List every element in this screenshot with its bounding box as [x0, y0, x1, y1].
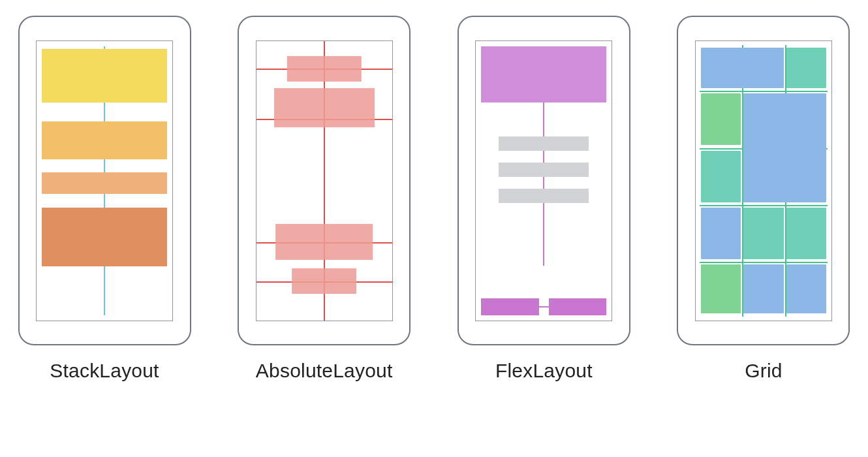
flex-footer-left [481, 298, 538, 315]
grid-tile [701, 48, 784, 88]
stack-bar [42, 49, 167, 102]
abs-box [292, 268, 357, 294]
grid-tile [743, 208, 784, 259]
stacklayout-screen [36, 40, 173, 321]
grid-tile [701, 93, 741, 145]
absolutelayout-screen [256, 40, 393, 321]
grid-tile [701, 208, 741, 259]
grid-inner [700, 45, 828, 317]
phone-frame [677, 16, 850, 345]
phone-frame [457, 16, 630, 345]
abs-box [275, 224, 373, 260]
flex-row-block [499, 136, 589, 151]
grid-row-line [700, 262, 828, 263]
flex-footer [481, 298, 606, 315]
grid-tile [743, 93, 826, 202]
grid-tile [701, 264, 741, 313]
phone-frame [18, 16, 191, 345]
card-absolutelayout: AbsoluteLayout [233, 16, 416, 382]
flexlayout-screen [475, 40, 612, 321]
phone-frame [238, 16, 411, 345]
grid-tile [786, 208, 826, 259]
flex-hero-block [481, 46, 606, 102]
card-stacklayout: StackLayout [13, 16, 196, 382]
grid-row-line [700, 205, 828, 206]
absolutelayout-label: AbsoluteLayout [256, 360, 393, 382]
flex-column [481, 46, 606, 315]
layout-diagram: StackLayout AbsoluteLayout [0, 0, 868, 457]
grid-label: Grid [745, 360, 782, 382]
stack-bar [42, 208, 167, 267]
stacklayout-label: StackLayout [50, 360, 159, 382]
flex-row-block [499, 163, 589, 177]
stacklayout-inner [42, 46, 167, 315]
stack-bar [42, 172, 167, 194]
stack-bar [42, 121, 167, 159]
grid-tile [786, 48, 826, 88]
abs-box [274, 88, 375, 127]
grid-row-line [700, 91, 828, 92]
card-grid: Grid [672, 16, 855, 382]
grid-screen [695, 40, 832, 321]
flex-row-block [499, 189, 589, 203]
grid-tile [786, 264, 826, 313]
grid-tile [701, 151, 741, 202]
card-flexlayout: FlexLayout [452, 16, 635, 382]
flexlayout-label: FlexLayout [495, 360, 593, 382]
abs-box [287, 56, 361, 82]
cards-row: StackLayout AbsoluteLayout [13, 16, 855, 441]
grid-tile [743, 264, 784, 313]
flex-footer-right [549, 298, 606, 315]
